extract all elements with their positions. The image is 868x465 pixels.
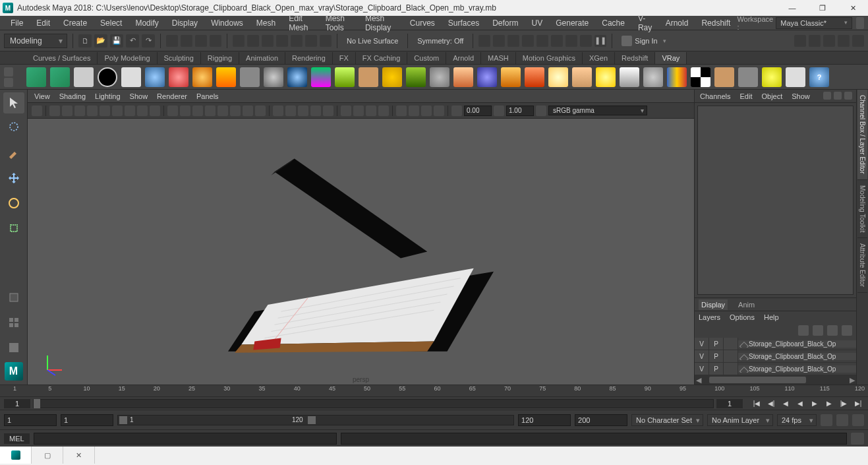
shelf-menu-icon[interactable]	[4, 52, 16, 64]
last-tool-icon[interactable]	[3, 287, 24, 308]
vp-tool-19-icon[interactable]	[273, 106, 283, 116]
shelf-tab-motion[interactable]: Motion Graphics	[516, 52, 583, 64]
vp-tool-6-icon[interactable]	[100, 106, 110, 116]
layer-empty-toggle[interactable]	[724, 338, 738, 350]
taskbar-item-3[interactable]: ✕	[63, 447, 95, 464]
layer-play-toggle[interactable]: P	[709, 350, 724, 362]
panel-toggle-1-icon[interactable]	[794, 35, 806, 47]
vray-shelf-icon-18[interactable]	[430, 67, 449, 87]
menu-select[interactable]: Select	[94, 16, 129, 30]
cb-menu-object[interactable]: Object	[761, 92, 782, 100]
menu-generate[interactable]: Generate	[549, 16, 595, 30]
layer-empty-toggle[interactable]	[724, 363, 738, 375]
vray-shelf-icon-11[interactable]	[264, 67, 283, 87]
layer-hscrollbar[interactable]: ◀▶	[695, 375, 856, 385]
side-tab-modeling-toolkit[interactable]: Modeling Toolkit	[857, 180, 867, 239]
snap-view-icon[interactable]	[305, 35, 317, 47]
scale-tool-icon[interactable]	[3, 218, 24, 239]
menu-windows[interactable]: Windows	[204, 16, 250, 30]
rotate-tool-icon[interactable]	[3, 193, 24, 214]
menu-vray[interactable]: V-Ray	[631, 12, 659, 34]
layer-row[interactable]: V P Storage_Clipboard_Black_Op	[695, 363, 856, 375]
vray-shelf-icon-30[interactable]	[714, 67, 734, 87]
script-lang-button[interactable]: MEL	[4, 433, 30, 444]
menu-redshift[interactable]: Redshift	[695, 16, 737, 30]
vray-shelf-icon-24[interactable]	[572, 67, 592, 87]
goto-start-button[interactable]: |◀	[751, 398, 763, 409]
layer-menu-layers[interactable]: Layers	[699, 313, 720, 321]
fps-dropdown[interactable]: 24 fps	[777, 414, 817, 426]
prefs-icon[interactable]	[852, 414, 864, 426]
viewport-3d[interactable]: persp	[28, 119, 694, 385]
render-seq-icon[interactable]	[522, 35, 534, 47]
vp-tool-14-icon[interactable]	[205, 106, 216, 116]
shelf-tab-custom[interactable]: Custom	[407, 52, 446, 64]
menu-mesh[interactable]: Mesh	[250, 16, 282, 30]
vp-tool-16-icon[interactable]	[230, 106, 241, 116]
workspace-settings-icon[interactable]	[856, 17, 864, 29]
minimize-button[interactable]: —	[777, 0, 807, 16]
shelf-gear-icon[interactable]	[4, 78, 13, 87]
vp-tool-34-icon[interactable]	[536, 106, 546, 116]
vray-shelf-icon-13[interactable]	[311, 67, 331, 87]
menu-display[interactable]: Display	[165, 16, 204, 30]
snap-grid-icon[interactable]	[233, 35, 245, 47]
menu-modify[interactable]: Modify	[129, 16, 165, 30]
vp-tool-20-icon[interactable]	[285, 106, 296, 116]
shelf-tab-poly[interactable]: Poly Modeling	[98, 52, 157, 64]
select-tool-icon[interactable]	[3, 92, 24, 113]
vp-tool-10-icon[interactable]	[150, 106, 160, 116]
layer-tab-anim[interactable]: Anim	[736, 299, 757, 310]
cb-menu-edit[interactable]: Edit	[739, 92, 752, 100]
snap-point-icon[interactable]	[262, 35, 274, 47]
vray-shelf-icon-2[interactable]	[50, 67, 70, 87]
step-back-key-button[interactable]: ◀|	[765, 398, 777, 409]
taskbar-maya-app[interactable]	[0, 447, 32, 464]
vp-menu-view[interactable]: View	[34, 92, 50, 100]
vp-tool-24-icon[interactable]	[341, 106, 351, 116]
signin-button[interactable]: Sign In ▾	[618, 36, 670, 46]
layer-name[interactable]: Storage_Clipboard_Black_Op	[738, 365, 856, 373]
vp-tool-9-icon[interactable]	[137, 106, 148, 116]
vp-tool-33-icon[interactable]	[494, 106, 504, 116]
vp-tool-4-icon[interactable]	[74, 106, 85, 116]
menu-edit-mesh[interactable]: Edit Mesh	[282, 12, 319, 34]
layer-row[interactable]: V P Storage_Clipboard_Black_Op	[695, 350, 856, 363]
select-object-icon[interactable]	[195, 35, 207, 47]
vp-tool-1-icon[interactable]	[32, 106, 42, 116]
vray-shelf-icon-25[interactable]	[596, 67, 616, 87]
range-playstart-input[interactable]	[61, 414, 113, 426]
vray-shelf-icon-16[interactable]	[382, 67, 402, 87]
layer-name[interactable]: Storage_Clipboard_Black_Op	[738, 340, 856, 348]
new-scene-icon[interactable]: 🗋	[78, 34, 92, 47]
vp-tool-2-icon[interactable]	[49, 106, 60, 116]
vp-menu-shading[interactable]: Shading	[59, 92, 86, 100]
layer-btn-1-icon[interactable]	[798, 325, 809, 336]
render-settings-icon[interactable]	[536, 35, 548, 47]
vp-colorspace-dropdown[interactable]: sRGB gamma	[548, 106, 647, 115]
layer-play-toggle[interactable]: P	[709, 363, 724, 375]
side-tab-channelbox[interactable]: Channel Box / Layer Editor	[857, 90, 867, 180]
shelf-tab-rendering[interactable]: Rendering	[285, 52, 333, 64]
taskbar-item-2[interactable]: ▢	[32, 447, 63, 464]
panel-toggle-3-icon[interactable]	[823, 35, 835, 47]
vp-menu-lighting[interactable]: Lighting	[95, 92, 121, 100]
workspace-dropdown[interactable]: Maya Classic*	[776, 17, 852, 29]
layout-quad-icon[interactable]	[3, 312, 24, 333]
cb-menu-channels[interactable]: Channels	[700, 92, 730, 100]
range-track[interactable]: 1 120	[117, 415, 514, 425]
snap-live-icon[interactable]	[291, 35, 303, 47]
range-end-input[interactable]	[575, 414, 627, 426]
vray-shelf-icon-5[interactable]	[121, 67, 141, 87]
menu-mesh-display[interactable]: Mesh Display	[359, 12, 403, 34]
shelf-tab-sculpting[interactable]: Sculpting	[158, 52, 201, 64]
time-ruler[interactable]: 1510152025303540455055606570758085909510…	[0, 385, 868, 396]
menu-mesh-tools[interactable]: Mesh Tools	[319, 12, 359, 34]
vp-menu-show[interactable]: Show	[130, 92, 148, 100]
vray-shelf-icon-4[interactable]	[98, 67, 117, 87]
hypershade-icon[interactable]	[551, 35, 563, 47]
menu-uv[interactable]: UV	[525, 16, 550, 30]
vp-tool-7-icon[interactable]	[112, 106, 123, 116]
vp-tool-17-icon[interactable]	[243, 106, 253, 116]
shelf-tab-redshift[interactable]: Redshift	[615, 52, 655, 64]
